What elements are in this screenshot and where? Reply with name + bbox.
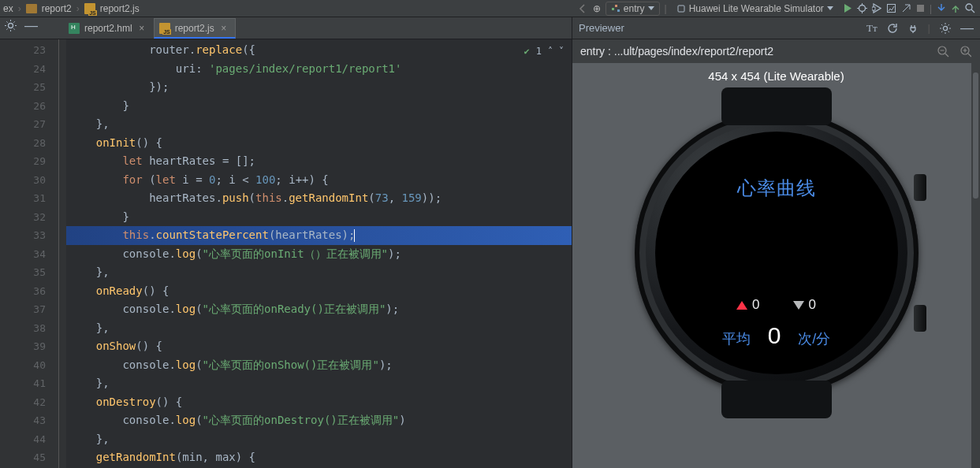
watch-avg-value: 0 bbox=[768, 322, 781, 349]
problems-count: 1 bbox=[536, 43, 542, 61]
arrow-up-icon[interactable]: ˄ bbox=[548, 43, 553, 61]
breadcrumb-sep: › bbox=[76, 3, 80, 14]
text-icon[interactable]: Tт bbox=[866, 22, 878, 35]
code-line[interactable]: console.log("心率页面的onShow()正在被调用"); bbox=[66, 356, 572, 375]
watch-min: 0 bbox=[809, 297, 816, 313]
tab-report2-hml[interactable]: report2.hml × bbox=[63, 18, 154, 39]
code-line[interactable]: this.countStatePercent(heartRates); bbox=[66, 226, 572, 245]
watch-bezel: 心率曲线 0 0 平均 bbox=[635, 111, 919, 395]
search-icon[interactable] bbox=[965, 3, 975, 13]
code-line[interactable]: getRandomInt(min, max) { bbox=[66, 448, 572, 467]
gear-icon[interactable] bbox=[5, 20, 17, 32]
tab-label: report2.hml bbox=[84, 23, 132, 34]
svg-point-10 bbox=[943, 26, 947, 30]
code-line[interactable]: }, bbox=[66, 115, 572, 134]
line-gutter: 23242526272829303132💡3334353637383940414… bbox=[0, 39, 55, 468]
stop-icon[interactable] bbox=[916, 4, 925, 13]
code-line[interactable]: console.log("心率页面的onDestroy()正在被调用") bbox=[66, 411, 572, 430]
folder-icon bbox=[26, 4, 37, 13]
device-icon bbox=[676, 4, 686, 13]
code-line[interactable]: onReady() { bbox=[66, 282, 572, 301]
run-config-combo[interactable]: entry bbox=[606, 2, 660, 16]
coverage-icon[interactable] bbox=[872, 3, 881, 13]
previewer-scrollbar[interactable] bbox=[971, 41, 980, 468]
code-line[interactable]: } bbox=[66, 208, 572, 227]
js-file-icon bbox=[159, 23, 170, 34]
watch-crown bbox=[914, 174, 926, 201]
triangle-up-icon bbox=[736, 301, 747, 310]
gear-icon[interactable] bbox=[940, 23, 951, 34]
code-line[interactable]: for (let i = 0; i < 100; i++) { bbox=[66, 171, 572, 190]
watch-lug bbox=[721, 87, 832, 125]
close-icon[interactable]: × bbox=[219, 24, 229, 33]
watch-avg-label: 平均 bbox=[722, 329, 751, 348]
previewer-title: Previewer bbox=[579, 22, 624, 34]
watch-device: 心率曲线 0 0 平均 bbox=[631, 87, 922, 418]
code-line[interactable]: } bbox=[66, 97, 572, 116]
back-icon[interactable] bbox=[577, 3, 588, 14]
editor-problems-widget[interactable]: ✔ 1 ˄ ˅ bbox=[524, 43, 564, 61]
breadcrumb-seg[interactable]: report2.js bbox=[100, 3, 140, 14]
watch-unit: 次/分 bbox=[798, 329, 830, 348]
editor-pane: — report2.hml × report2.js × 23242526272… bbox=[0, 17, 572, 468]
device-label: Huawei Lite Wearable Simulator bbox=[689, 3, 824, 14]
refresh-icon[interactable] bbox=[887, 23, 898, 34]
code-line[interactable]: console.log("心率页面的onInit（）正在被调用"); bbox=[66, 245, 572, 264]
watch-max: 0 bbox=[752, 297, 759, 313]
code-editor[interactable]: 23242526272829303132💡3334353637383940414… bbox=[0, 39, 572, 468]
code-line[interactable]: }, bbox=[66, 430, 572, 449]
code-line[interactable]: }, bbox=[66, 319, 572, 338]
code-line[interactable]: onInit() { bbox=[66, 134, 572, 153]
code-line[interactable]: console.log("心率页面的onReady()正在被调用"); bbox=[66, 300, 572, 319]
dash-icon[interactable]: — bbox=[24, 22, 38, 30]
git-push-icon[interactable] bbox=[951, 3, 960, 13]
close-icon[interactable]: × bbox=[137, 24, 147, 33]
zoom-out-icon[interactable] bbox=[937, 46, 949, 58]
code-line[interactable]: router.replace({ bbox=[66, 41, 572, 60]
breadcrumb-seg[interactable]: ex bbox=[3, 3, 13, 14]
code-line[interactable]: onDestroy() { bbox=[66, 393, 572, 412]
code-line[interactable]: let heartRates = []; bbox=[66, 152, 572, 171]
code-line[interactable]: }); bbox=[66, 78, 572, 97]
watch-avg-row: 平均 0 次/分 bbox=[722, 322, 831, 349]
code-line[interactable]: }, bbox=[66, 374, 572, 393]
dash-icon[interactable]: — bbox=[960, 24, 974, 32]
watch-title: 心率曲线 bbox=[737, 176, 816, 201]
watch-stats: 0 0 bbox=[736, 297, 816, 313]
code-line[interactable]: }, bbox=[66, 263, 572, 282]
target-icon[interactable]: ⊕ bbox=[593, 3, 601, 14]
code-line[interactable]: uri: 'pages/index/report1/report1' bbox=[66, 60, 572, 79]
watch-screen[interactable]: 心率曲线 0 0 平均 bbox=[655, 132, 898, 374]
svg-rect-2 bbox=[617, 9, 620, 12]
run-icon[interactable] bbox=[843, 3, 852, 13]
tab-report2-js[interactable]: report2.js × bbox=[154, 18, 236, 39]
plug-icon[interactable] bbox=[907, 23, 919, 34]
divider: | bbox=[928, 22, 930, 34]
svg-point-8 bbox=[966, 4, 972, 10]
editor-tabs: — report2.hml × report2.js × bbox=[0, 17, 572, 39]
previewer-canvas: 454 x 454 (Lite Wearable) 心率曲线 0 bbox=[572, 63, 980, 468]
triangle-down-icon bbox=[793, 301, 804, 310]
previewer-path: entry : ...ult/pages/index/report2/repor… bbox=[580, 45, 773, 58]
arrow-down-icon[interactable]: ˅ bbox=[559, 43, 564, 61]
code-line[interactable]: onShow() { bbox=[66, 337, 572, 356]
watch-crown bbox=[914, 305, 926, 332]
svg-rect-5 bbox=[872, 7, 875, 10]
attach-icon[interactable] bbox=[901, 3, 911, 13]
code-line[interactable]: heartRates.push(this.getRandomInt(73, 15… bbox=[66, 189, 572, 208]
debug-icon[interactable] bbox=[857, 3, 867, 13]
device-combo[interactable]: Huawei Lite Wearable Simulator bbox=[672, 2, 838, 16]
svg-rect-3 bbox=[678, 6, 684, 12]
previewer-path-row: entry : ...ult/pages/index/report2/repor… bbox=[572, 39, 980, 63]
zoom-in-icon[interactable] bbox=[960, 46, 972, 58]
code-body[interactable]: router.replace({ uri: 'pages/index/repor… bbox=[66, 39, 572, 468]
run-config-label: entry bbox=[624, 3, 645, 14]
previewer-pane: Previewer Tт | — entry : ...ult/pages/in… bbox=[572, 17, 980, 468]
fold-strip[interactable] bbox=[55, 39, 66, 468]
watch-lug bbox=[721, 381, 832, 418]
git-pull-icon[interactable] bbox=[937, 3, 946, 13]
svg-rect-7 bbox=[917, 5, 924, 12]
profile-icon[interactable] bbox=[886, 3, 896, 13]
breadcrumb-seg[interactable]: report2 bbox=[42, 3, 72, 14]
breadcrumb-sep: › bbox=[18, 3, 21, 14]
